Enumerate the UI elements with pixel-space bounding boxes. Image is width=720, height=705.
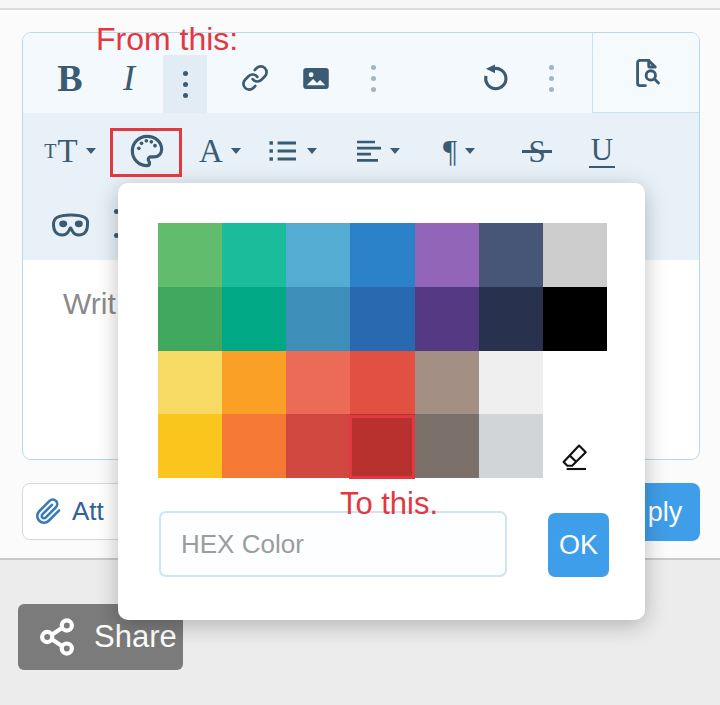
ok-label: OK [559, 530, 598, 561]
paragraph-format-button[interactable]: ¶ [435, 125, 483, 177]
strikethrough-button[interactable]: S [515, 125, 559, 177]
ok-button[interactable]: OK [548, 513, 609, 577]
chevron-down-icon [231, 148, 241, 154]
font-color-glyph: A [199, 135, 223, 168]
reply-label: ply [648, 497, 683, 528]
italic-glyph: I [123, 60, 139, 96]
undo-button[interactable] [473, 51, 517, 105]
text-color-button[interactable] [125, 125, 169, 177]
chevron-down-icon [390, 148, 400, 154]
editor-placeholder-text[interactable]: Writ [63, 287, 116, 321]
image-icon [301, 65, 331, 92]
color-swatch-F37934[interactable] [222, 414, 286, 478]
align-button[interactable] [353, 125, 403, 177]
eraser-icon [558, 441, 590, 473]
paperclip-icon [35, 498, 62, 525]
color-swatch-41A85F[interactable] [158, 287, 222, 351]
italic-button[interactable]: I [109, 51, 153, 105]
color-swatch-553982[interactable] [415, 287, 479, 351]
color-swatch-9365B8[interactable] [415, 223, 479, 287]
color-swatch-F7DA64[interactable] [158, 351, 222, 415]
bold-glyph: B [57, 59, 82, 97]
color-swatch-1ABC9C[interactable] [222, 223, 286, 287]
color-swatch-A38F84[interactable] [415, 351, 479, 415]
vertical-ellipsis-icon [183, 68, 188, 101]
color-swatch-FAC51C[interactable] [158, 414, 222, 478]
font-size-button[interactable]: T T [39, 125, 101, 177]
color-swatch-EFEFEF[interactable] [479, 351, 543, 415]
remove-color-button[interactable] [558, 441, 590, 473]
preview-document-icon [627, 55, 665, 91]
top-strip [0, 0, 720, 10]
unordered-list-icon [267, 138, 299, 164]
link-icon [241, 64, 269, 92]
font-color-button[interactable]: A [193, 125, 247, 177]
underline-button[interactable]: U [581, 125, 623, 177]
color-swatch-CCCCCC[interactable] [543, 223, 607, 287]
font-size-glyph-small: T [44, 141, 56, 161]
color-swatch-2C82C9[interactable] [350, 223, 414, 287]
more-rich-button[interactable] [529, 51, 573, 105]
color-swatch-00A885[interactable] [222, 287, 286, 351]
strikethrough-glyph: S [528, 136, 545, 167]
color-grid [158, 223, 607, 478]
align-left-icon [356, 138, 382, 164]
palette-icon [127, 131, 167, 171]
color-swatch-D14841[interactable] [286, 414, 350, 478]
color-swatch-3D8EB9[interactable] [286, 287, 350, 351]
vertical-ellipsis-icon [549, 62, 554, 95]
color-swatch-28324E[interactable] [479, 287, 543, 351]
insert-image-button[interactable] [294, 51, 338, 105]
underline-glyph: U [589, 134, 615, 168]
attach-label: Att [72, 496, 104, 527]
more-misc-button[interactable] [351, 51, 395, 105]
color-swatch-E25041[interactable] [350, 351, 414, 415]
color-swatch-475577[interactable] [479, 223, 543, 287]
color-swatch-B8312F[interactable] [350, 414, 414, 478]
hex-color-input[interactable] [159, 511, 507, 577]
vertical-ellipsis-icon [371, 62, 376, 95]
bold-button[interactable]: B [48, 51, 92, 105]
page: B I [0, 0, 720, 705]
more-text-button-open[interactable] [163, 55, 207, 113]
pilcrow-glyph: ¶ [443, 136, 457, 167]
color-swatch-7C706B[interactable] [415, 414, 479, 478]
share-label: Share [94, 619, 177, 655]
color-swatch-D1D5D8[interactable] [479, 414, 543, 478]
color-picker-popup: OK [118, 183, 645, 620]
spoiler-mask-button[interactable] [45, 201, 97, 247]
chevron-down-icon [465, 148, 475, 154]
color-swatch-000000[interactable] [543, 287, 607, 351]
color-swatch-EB6B56[interactable] [286, 351, 350, 415]
color-swatch-61BD6D[interactable] [158, 223, 222, 287]
color-swatch-FFFFFF[interactable] [543, 351, 607, 415]
preview-button[interactable] [592, 33, 699, 113]
chevron-down-icon [86, 148, 96, 154]
mask-icon [48, 206, 94, 242]
color-swatch-54ACD2[interactable] [286, 223, 350, 287]
insert-link-button[interactable] [233, 51, 277, 105]
chevron-down-icon [307, 148, 317, 154]
color-swatch-2969B0[interactable] [350, 287, 414, 351]
share-icon [36, 616, 78, 658]
font-size-glyph-large: T [58, 135, 78, 168]
undo-icon [479, 62, 511, 94]
color-swatch-FBA026[interactable] [222, 351, 286, 415]
list-button[interactable] [263, 125, 321, 177]
